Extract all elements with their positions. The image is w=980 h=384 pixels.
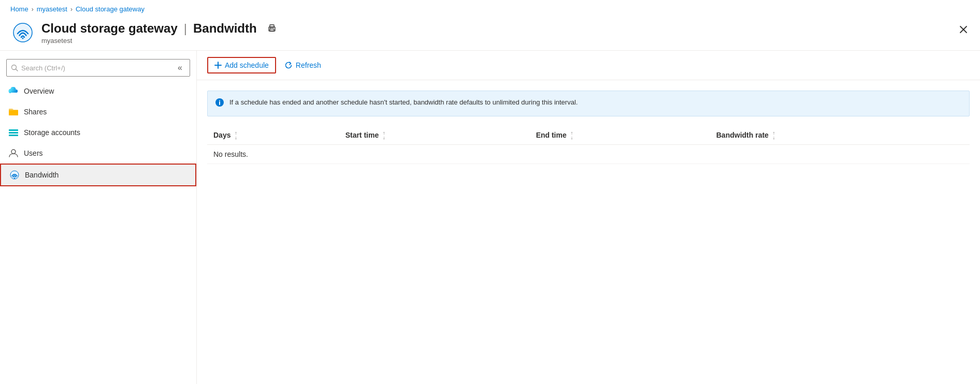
sidebar: « Overview xyxy=(0,51,197,384)
svg-rect-12 xyxy=(9,135,18,136)
gateway-icon xyxy=(10,20,35,45)
info-banner-text: If a schedule has ended and another sche… xyxy=(229,97,578,108)
sidebar-item-overview[interactable]: Overview xyxy=(0,81,196,101)
sidebar-item-overview-label: Overview xyxy=(24,87,54,95)
add-schedule-button[interactable]: Add schedule xyxy=(207,57,276,73)
overview-icon xyxy=(8,86,19,96)
header-actions-right xyxy=(957,23,970,36)
search-icon xyxy=(11,64,18,71)
bandwidth-icon xyxy=(9,170,20,180)
storage-accounts-icon xyxy=(8,127,19,138)
sidebar-item-storage-accounts-label: Storage accounts xyxy=(24,128,80,137)
col-header-bandwidth-rate[interactable]: Bandwidth rate ↑↓ xyxy=(710,127,970,145)
refresh-button[interactable]: Refresh xyxy=(278,58,327,72)
sort-start-time-icon[interactable]: ↑↓ xyxy=(383,131,385,140)
main-layout: « Overview xyxy=(0,51,980,384)
sort-end-time-icon[interactable]: ↑↓ xyxy=(571,131,573,140)
col-header-days[interactable]: Days ↑↓ xyxy=(207,127,339,145)
print-button[interactable] xyxy=(265,22,279,35)
breadcrumb-myasetest[interactable]: myasetest xyxy=(37,5,67,13)
breadcrumb-home[interactable]: Home xyxy=(10,5,28,13)
sort-days-icon[interactable]: ↑↓ xyxy=(235,131,237,140)
breadcrumb: Home › myasetest › Cloud storage gateway xyxy=(0,0,980,18)
breadcrumb-sep-1: › xyxy=(32,6,34,13)
info-icon xyxy=(215,98,224,110)
sidebar-item-users-label: Users xyxy=(24,149,43,157)
col-header-end-time[interactable]: End time ↑↓ xyxy=(530,127,710,145)
search-box[interactable]: « xyxy=(6,59,190,77)
svg-point-13 xyxy=(11,150,16,154)
svg-point-1 xyxy=(22,38,24,39)
svg-rect-11 xyxy=(9,132,18,134)
add-icon xyxy=(214,62,222,69)
header-title-block: Cloud storage gateway | Bandwidth myaset… xyxy=(41,21,279,45)
gateway-svg-icon xyxy=(12,22,33,43)
page-subtitle: myasetest xyxy=(41,37,279,45)
collapse-sidebar-button[interactable]: « xyxy=(175,62,185,73)
col-header-start-time[interactable]: Start time ↑↓ xyxy=(339,127,530,145)
svg-point-20 xyxy=(219,100,220,101)
svg-rect-10 xyxy=(9,129,18,131)
search-input[interactable] xyxy=(21,64,171,72)
svg-point-15 xyxy=(14,178,15,179)
table-body: No results. xyxy=(207,145,970,164)
page-title: Cloud storage gateway | Bandwidth xyxy=(41,21,279,36)
refresh-icon xyxy=(284,61,293,69)
table-container: Days ↑↓ Start time ↑↓ End ti xyxy=(197,116,980,174)
close-icon xyxy=(959,25,968,34)
users-icon xyxy=(8,148,19,158)
sidebar-item-bandwidth[interactable]: Bandwidth xyxy=(0,164,196,186)
sidebar-item-shares-label: Shares xyxy=(24,108,47,116)
svg-rect-4 xyxy=(270,29,274,31)
table-header-row: Days ↑↓ Start time ↑↓ End ti xyxy=(207,127,970,145)
no-results-text: No results. xyxy=(207,145,970,164)
sidebar-item-storage-accounts[interactable]: Storage accounts xyxy=(0,122,196,143)
svg-line-9 xyxy=(16,69,18,71)
shares-icon xyxy=(8,107,19,117)
sidebar-item-bandwidth-label: Bandwidth xyxy=(25,171,59,179)
print-icon xyxy=(267,24,277,33)
breadcrumb-sep-2: › xyxy=(70,6,73,13)
content-area: Add schedule Refresh If a schedule has e… xyxy=(197,51,980,384)
bandwidth-table: Days ↑↓ Start time ↑↓ End ti xyxy=(207,127,970,164)
sidebar-item-users[interactable]: Users xyxy=(0,143,196,164)
close-button[interactable] xyxy=(957,23,970,36)
svg-point-5 xyxy=(269,27,270,28)
info-banner: If a schedule has ended and another sche… xyxy=(207,91,970,116)
breadcrumb-current[interactable]: Cloud storage gateway xyxy=(76,5,145,13)
sort-bandwidth-rate-icon[interactable]: ↑↓ xyxy=(773,131,775,140)
page-header: Cloud storage gateway | Bandwidth myaset… xyxy=(0,18,980,51)
table-row-no-results: No results. xyxy=(207,145,970,164)
toolbar: Add schedule Refresh xyxy=(197,51,980,80)
sidebar-item-shares[interactable]: Shares xyxy=(0,101,196,122)
